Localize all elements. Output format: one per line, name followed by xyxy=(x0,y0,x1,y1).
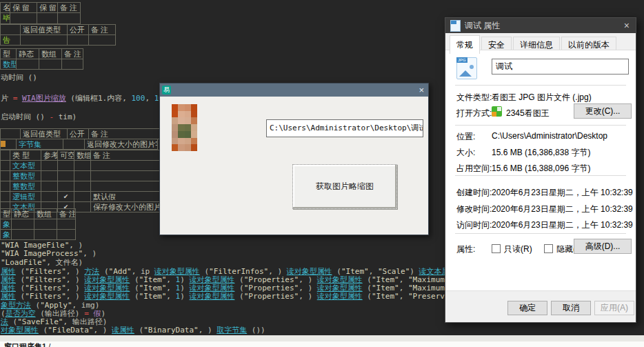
ide-window-tab[interactable]: 窗口程序集1 / xyxy=(0,341,644,347)
col-header: 保 留 xyxy=(10,2,37,13)
table-cell xyxy=(34,229,57,240)
desktop: 名 保 留 保 留 备 注 毕 返回值类型 公开 备 注 告 型 静态 xyxy=(0,0,644,347)
code-line: 启动时间 () - tim) xyxy=(1,112,77,122)
table-cell xyxy=(41,191,58,202)
table-cell-remark xyxy=(90,181,165,192)
table-cell-remark: 保存修改大小的图片文件 xyxy=(90,201,165,212)
file-properties-dialog: 调试 属性 × 常规 安全 详细信息 以前的版本 JPG 调试 文件类型: 看图… xyxy=(445,17,636,323)
open-with-value: 2345看图王 xyxy=(506,108,550,119)
tab-general[interactable]: 常规 xyxy=(450,35,480,54)
size-value: 15.6 MB (16,386,838 字节) xyxy=(492,147,590,159)
accessed-value: 2020年6月23日星期二，上午 10:32:39 xyxy=(492,219,633,231)
ide-table-reserved: 名 保 留 保 留 备 注 毕 xyxy=(0,2,81,24)
col-header: 返回值类型 xyxy=(20,128,68,139)
elang-logo-icon: 易 xyxy=(162,86,171,95)
ide-table-method-return: 返回值类型 公开 备 注 字节集 返回修改大小的图片字节集 xyxy=(0,128,162,150)
hidden-checkbox[interactable] xyxy=(544,244,553,253)
table-cell xyxy=(37,12,58,24)
table-cell-check: ✔ xyxy=(57,191,74,202)
col-header: 备 注 xyxy=(90,150,165,161)
dialog-title: 调试 属性 xyxy=(465,20,500,32)
file-type-value: 看图王 JPG 图片文件 (.jpg) xyxy=(492,92,592,103)
clipped-name-fragment xyxy=(1,141,6,147)
close-icon[interactable]: × xyxy=(624,20,630,31)
col-header: 可空 xyxy=(57,150,74,161)
ide-table-return-type: 返回值类型 公开 备 注 告 xyxy=(0,24,116,46)
col-header xyxy=(0,128,21,139)
table-cell-fragment: 毕 xyxy=(0,12,10,24)
col-header: 备 注 xyxy=(88,128,162,139)
table-row: 整数型 xyxy=(0,171,165,181)
ide-table-vars-top: 型 静态 数组 备 注 数型 xyxy=(0,48,83,70)
col-header: 数组 xyxy=(34,208,57,219)
table-cell-type: 整数型 xyxy=(10,181,41,192)
location-label: 位置: xyxy=(456,131,475,143)
code-line: 对象型属性 ("FileData", ) 读属性 ("BinaryData", … xyxy=(1,325,265,335)
table-cell xyxy=(10,12,37,24)
change-button[interactable]: 更改(C)... xyxy=(574,103,632,119)
table-cell xyxy=(0,160,10,171)
file-type-label: 文件类型: xyxy=(456,92,492,103)
table-cell-check xyxy=(57,160,74,171)
dialog-titlebar[interactable]: 调试 属性 × xyxy=(445,18,636,33)
location-value: C:\Users\Administrator\Desktop xyxy=(492,131,607,141)
table-cell xyxy=(74,181,91,192)
form-titlebar[interactable]: 易 × xyxy=(160,83,428,97)
readonly-checkbox[interactable] xyxy=(492,244,501,253)
table-cell-type: 文本型 xyxy=(10,160,41,171)
table-cell xyxy=(88,34,116,46)
table-cell xyxy=(39,59,62,70)
ok-button[interactable]: 确定 xyxy=(507,301,547,315)
ide-table-vars-bottom: 型 静态 数组 备 注 象 象 xyxy=(0,208,76,240)
size-on-disk-label: 占用空间: xyxy=(456,163,492,175)
readonly-label: 只读(R) xyxy=(504,244,532,255)
col-header: 静态 xyxy=(16,48,39,59)
size-label: 大小: xyxy=(456,147,475,159)
modified-label: 修改时间: xyxy=(456,204,492,215)
attributes-label: 属性: xyxy=(456,244,475,255)
table-row: 文本型 xyxy=(0,161,165,171)
col-header: 保 留 xyxy=(37,2,58,13)
table-cell xyxy=(61,59,83,70)
table-cell-check xyxy=(57,181,74,192)
col-header: 返回值类型 xyxy=(20,24,68,35)
close-icon[interactable]: × xyxy=(419,84,424,96)
col-header: 静态 xyxy=(11,208,34,219)
col-header: 公开 xyxy=(67,128,89,139)
col-header xyxy=(0,24,21,35)
separator xyxy=(455,175,626,176)
advanced-button[interactable]: 高级(D)... xyxy=(574,239,632,254)
table-cell xyxy=(67,34,89,46)
col-header: 参考 xyxy=(41,150,58,161)
jpg-file-icon: JPG xyxy=(456,57,477,79)
file-name-input[interactable]: 调试 xyxy=(492,59,629,75)
table-cell xyxy=(41,170,58,181)
created-label: 创建时间: xyxy=(456,187,492,199)
table-cell xyxy=(57,12,81,24)
image-path-input[interactable]: C:\Users\Administrator\Desktop\调试.jpg xyxy=(266,119,423,137)
col-header: 备 注 xyxy=(57,208,76,219)
table-cell xyxy=(74,170,91,181)
table-cell xyxy=(63,139,85,150)
table-cell xyxy=(41,181,58,192)
col-header: 备 注 xyxy=(57,2,81,13)
table-cell xyxy=(57,219,76,230)
separator xyxy=(455,125,626,126)
apply-button[interactable]: 应用(A) xyxy=(594,301,634,315)
get-thumbnail-button[interactable]: 获取图片略缩图 xyxy=(292,164,397,209)
table-cell xyxy=(0,191,10,202)
table-cell-fragment: 告 xyxy=(0,34,21,46)
col-header xyxy=(0,150,10,161)
size-on-disk-value: 15.6 MB (16,388,096 字节) xyxy=(492,163,590,175)
thumbnail-image xyxy=(172,104,197,151)
jpg-file-mini-icon xyxy=(450,20,461,32)
table-cell-type: 字节集 xyxy=(16,139,63,150)
col-header: 型 xyxy=(0,208,12,219)
col-header: 备 注 xyxy=(88,24,116,35)
cancel-button[interactable]: 取消 xyxy=(551,301,591,315)
table-cell xyxy=(41,160,58,171)
table-cell-remark xyxy=(90,170,165,181)
table-row: 整数型 xyxy=(0,181,165,192)
col-header: 备 注 xyxy=(61,48,83,59)
separator xyxy=(455,85,626,86)
